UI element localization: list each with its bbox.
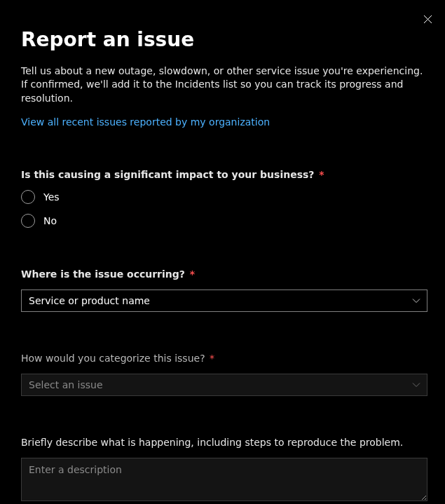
radio-icon [21,190,35,204]
dialog-content: Report an issue Tell us about a new outa… [0,0,445,504]
where-select[interactable]: Service or product name [21,290,427,312]
category-select: Select an issue [21,374,427,396]
category-label: How would you categorize this issue? * [21,353,424,364]
category-select-wrap: Select an issue [21,374,427,396]
required-asterisk: * [190,268,195,280]
where-section: Where is the issue occurring? * Service … [21,268,424,312]
view-issues-link[interactable]: View all recent issues reported by my or… [21,116,270,128]
category-label-text: How would you categorize this issue? [21,353,205,364]
category-section: How would you categorize this issue? * S… [21,353,424,396]
where-label-text: Where is the issue occurring? [21,268,185,280]
required-asterisk: * [319,169,324,180]
close-icon [423,15,432,26]
describe-section: Briefly describe what is happening, incl… [21,437,424,504]
close-button[interactable] [417,10,438,31]
radio-no[interactable]: No [21,214,424,228]
impact-label-text: Is this causing a significant impact to … [21,169,314,180]
required-asterisk: * [210,353,214,364]
radio-icon [21,214,35,228]
radio-yes-label: Yes [43,191,60,203]
radio-yes[interactable]: Yes [21,190,424,204]
dialog-title: Report an issue [21,28,424,52]
where-select-wrap: Service or product name [21,290,427,312]
describe-textarea[interactable] [21,458,427,501]
impact-label: Is this causing a significant impact to … [21,169,424,180]
describe-label: Briefly describe what is happening, incl… [21,437,424,448]
where-label: Where is the issue occurring? * [21,268,424,280]
impact-section: Is this causing a significant impact to … [21,169,424,228]
radio-no-label: No [43,215,57,226]
dialog-description: Tell us about a new outage, slowdown, or… [21,64,424,106]
